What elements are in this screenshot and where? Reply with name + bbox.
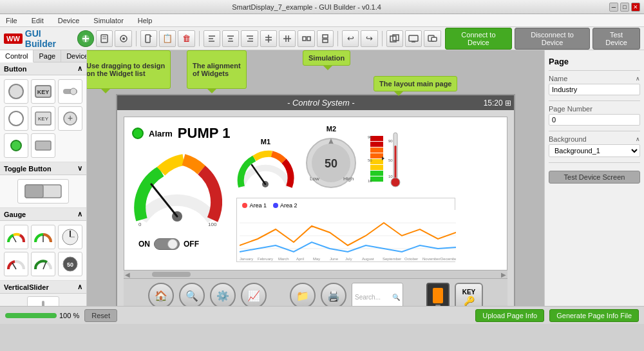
toolbar-undo[interactable]: ↩ <box>342 30 359 47</box>
widget-toggle-button[interactable] <box>17 179 69 204</box>
widget-gauge-4[interactable] <box>4 252 28 276</box>
toolbar-distribute-v[interactable] <box>260 30 277 47</box>
background-select[interactable]: Background_1 <box>549 144 640 157</box>
menu-file[interactable]: File <box>3 15 21 26</box>
toolbar-delete-btn[interactable]: 🗑 <box>178 30 194 47</box>
canvas-scrollbar[interactable]: ◀ ▶ <box>124 270 507 278</box>
svg-rect-28 <box>409 35 418 41</box>
toolbar: WW GUI Builder 📋 🗑 ↩ ↪ <box>0 27 644 50</box>
toolbar-settings-icon[interactable] <box>115 30 131 47</box>
category-vertical-slider[interactable]: VerticalSlider ∧ <box>0 281 86 294</box>
widget-circle-outline[interactable] <box>4 106 28 131</box>
svg-rect-6 <box>146 35 150 43</box>
toggle-button-widgets <box>0 175 86 208</box>
page-number-input[interactable] <box>549 114 640 126</box>
svg-rect-72 <box>370 171 383 176</box>
toolbar-redo[interactable]: ↪ <box>361 30 377 47</box>
toolbar-align-center[interactable] <box>222 30 239 47</box>
svg-text:90: 90 <box>368 135 372 139</box>
generate-button[interactable]: Generate Page Info File <box>549 309 639 322</box>
minimize-button[interactable]: ─ <box>609 3 618 12</box>
upload-button[interactable]: Upload Page Info <box>475 309 544 322</box>
canvas-mobile-button[interactable] <box>426 283 450 306</box>
toggle-off-label: OFF <box>184 240 199 249</box>
widget-key2[interactable]: KEY <box>31 106 55 131</box>
svg-text:50: 50 <box>388 158 393 162</box>
canvas-search-bar[interactable]: Search... 🔍 <box>352 283 403 306</box>
svg-text:100: 100 <box>208 222 217 227</box>
widget-toggle-bar[interactable] <box>58 79 82 104</box>
category-toggle-button[interactable]: Toggle Button ∨ <box>0 162 86 175</box>
widget-vertical-slider[interactable] <box>27 296 59 306</box>
toolbar-page-icon[interactable] <box>96 30 113 47</box>
canvas-chart-button[interactable]: 📈 <box>241 283 267 306</box>
widget-key-button[interactable]: KEY <box>31 79 55 104</box>
svg-text:Low: Low <box>310 176 319 182</box>
canvas-print-button[interactable]: 🖨️ <box>321 283 346 306</box>
name-input[interactable] <box>549 84 640 95</box>
right-panel: Page Name ∧ Page Number Background ∧ Bac… <box>544 50 644 306</box>
toolbar-widget-icon[interactable] <box>77 30 94 47</box>
category-button[interactable]: Button ∧ <box>0 62 86 75</box>
canvas-home-button[interactable]: 🏠 <box>148 283 174 306</box>
svg-line-50 <box>12 263 16 269</box>
widget-round-button[interactable] <box>4 79 28 104</box>
toolbar-new-btn[interactable] <box>140 30 157 47</box>
toolbar-clone[interactable] <box>386 30 403 47</box>
maximize-button[interactable]: □ <box>620 3 629 12</box>
test-device-screen-button[interactable]: Test Device Screen <box>549 171 640 184</box>
svg-text:April: April <box>296 257 304 261</box>
widget-gauge-3[interactable] <box>58 225 82 249</box>
svg-text:November: November <box>422 257 440 261</box>
toolbar-distribute-h[interactable] <box>279 30 296 47</box>
toolbar-size-v[interactable] <box>317 30 334 47</box>
menu-simulator[interactable]: Simulator <box>90 15 126 26</box>
menu-edit[interactable]: Edit <box>28 15 47 26</box>
scrollbar-thumb[interactable] <box>152 272 191 277</box>
toolbar-size-h[interactable] <box>298 30 314 47</box>
canvas-settings-button[interactable]: ⚙️ <box>210 283 236 306</box>
zoom-control: 100 % Reset <box>5 309 117 322</box>
svg-rect-25 <box>323 39 328 43</box>
widget-lamp[interactable] <box>4 133 28 158</box>
svg-text:50: 50 <box>325 157 337 170</box>
canvas-time: 15:20 ⊞ <box>484 99 511 108</box>
toolbar-align-left[interactable] <box>204 30 220 47</box>
svg-text:50: 50 <box>368 158 372 162</box>
widget-rect-btn[interactable] <box>31 133 55 158</box>
svg-rect-22 <box>303 37 306 41</box>
divider-1 <box>549 100 640 101</box>
toolbar-align-right[interactable] <box>241 30 258 47</box>
menu-help[interactable]: Help <box>135 15 156 26</box>
disconnect-button[interactable]: Disconnect to Device <box>515 28 590 50</box>
menu-device[interactable]: Device <box>55 15 83 26</box>
tab-device[interactable]: Device <box>61 50 87 62</box>
zoom-bar <box>5 313 57 318</box>
canvas-folder-button[interactable]: 📁 <box>290 283 316 306</box>
canvas-key-button[interactable]: KEY 🔑 <box>455 283 483 306</box>
test-device-button[interactable]: Test Device <box>592 28 640 50</box>
svg-text:50: 50 <box>67 261 73 268</box>
widget-gauge-6[interactable]: 50 <box>58 252 82 276</box>
toolbar-separator-3 <box>337 31 338 46</box>
svg-text:March: March <box>278 257 289 261</box>
widget-gauge-1[interactable] <box>4 225 28 249</box>
connect-button[interactable]: Connect to Device <box>445 28 512 50</box>
category-gauge[interactable]: Gauge ∧ <box>0 208 86 221</box>
toolbar-screen2[interactable] <box>424 30 440 47</box>
left-panel: Control Page Device Button ∧ KEY <box>0 50 87 306</box>
widget-gauge-2[interactable] <box>31 225 55 249</box>
toolbar-screen[interactable] <box>405 30 422 47</box>
toolbar-copy-btn[interactable]: 📋 <box>159 30 176 47</box>
reset-button[interactable]: Reset <box>84 309 117 322</box>
widget-gauge-5[interactable] <box>31 252 55 276</box>
divider-2 <box>549 131 640 131</box>
canvas-globe-button[interactable]: 🔍 <box>179 283 205 306</box>
color-bars: 90 50 10 <box>368 129 402 194</box>
svg-rect-66 <box>370 136 383 141</box>
tab-control[interactable]: Control <box>0 50 33 62</box>
close-button[interactable]: ✕ <box>631 3 640 12</box>
tab-page[interactable]: Page <box>33 50 61 62</box>
toggle-switch-control[interactable] <box>154 238 180 250</box>
widget-plus[interactable]: + <box>58 106 82 131</box>
